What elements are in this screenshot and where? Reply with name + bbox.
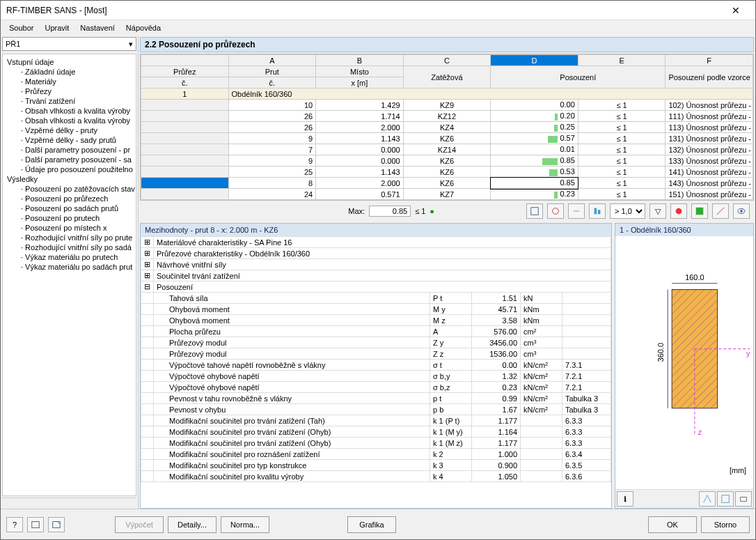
toolbar-btn-7[interactable] [691, 203, 708, 219]
tree-item[interactable]: · Posouzení po prutech [4, 213, 134, 223]
detail-row[interactable]: Modifikační součinitel pro trvání zatíže… [141, 438, 611, 449]
tree-item[interactable]: · Posouzení po průřezech [4, 194, 134, 203]
tree-group[interactable]: Výsledky [4, 174, 134, 184]
svg-text:y: y [746, 349, 750, 357]
toolbar-btn-2[interactable] [547, 203, 564, 219]
footer: ? Výpočet Detaily... Norma... Grafika OK… [1, 509, 755, 539]
menu-file[interactable]: Soubor [5, 22, 38, 33]
detail-row[interactable]: Pevnost v tahu rovnoběžně s vláknyp t0.9… [141, 393, 611, 404]
eye-icon[interactable] [733, 203, 750, 219]
close-icon[interactable]: ✕ [722, 5, 750, 16]
table-row[interactable]: 240.571KZ7 0.23≤ 1151) Únosnost průřezu … [141, 189, 753, 200]
tree-item[interactable]: · Rozhodující vnitřní síly po prute [4, 233, 134, 242]
table-row[interactable]: 91.143KZ6 0.57≤ 1131) Únosnost průřezu -… [141, 133, 753, 144]
tree-group[interactable]: Vstupní údaje [4, 57, 134, 67]
detail-row[interactable]: Modifikační součinitel pro kvalitu výrob… [141, 471, 611, 482]
app-window: RF-TIMBER SANS - [Most] ✕ Soubor Upravit… [0, 0, 756, 540]
toolbar-btn-6[interactable] [670, 203, 687, 219]
calc-button[interactable]: Výpočet [115, 516, 164, 533]
detail-tree-row[interactable]: ⊞Materiálové charakteristiky - SA Pine 1… [141, 237, 611, 248]
svg-rect-18 [741, 497, 747, 501]
tree-item[interactable]: · Výkaz materiálu po sadách prut [4, 262, 134, 272]
tree-item[interactable]: · Další parametry posouzení - sa [4, 155, 134, 164]
tree-item[interactable]: · Posouzení po zatěžovacích stav [4, 184, 134, 194]
tree-item[interactable]: · Rozhodující vnitřní síly po sadá [4, 242, 134, 252]
detail-row[interactable]: Ohybová momentM z3.58kNm [141, 315, 611, 326]
detail-row[interactable]: Pevnost v ohybup b1.67kN/cm²Tabulka 3 [141, 404, 611, 415]
detail-row[interactable]: Modifikační součinitel pro trvání zatíže… [141, 426, 611, 438]
table-row[interactable]: 251.143KZ6 0.53≤ 1141) Únosnost průřezu … [141, 167, 753, 178]
detail-row[interactable]: Modifikační součinitel pro trvání zatíže… [141, 415, 611, 426]
table-row[interactable]: 82.000KZ6 0.85≤ 1143) Únosnost průřezu -… [141, 178, 753, 189]
print-icon[interactable] [735, 491, 752, 507]
detail-row[interactable]: Ohybová momentM y45.71kNm [141, 304, 611, 315]
toolbar-btn-4[interactable] [589, 203, 606, 219]
ok-button[interactable]: OK [648, 516, 697, 533]
case-selector[interactable]: PŘ1 ▾ [2, 37, 136, 51]
max-label: Max: [348, 207, 365, 215]
menu-help[interactable]: Nápověda [122, 22, 165, 33]
svg-point-1 [553, 208, 559, 215]
tree-item[interactable]: · Vzpěrné délky - sady prutů [4, 135, 134, 145]
tree-item[interactable]: · Obsah vlhkosti a kvalita výroby [4, 106, 134, 116]
norm-button[interactable]: Norma... [221, 516, 269, 533]
detail-row[interactable]: Průřezový modulZ z1536.00cm³ [141, 348, 611, 360]
tree-item[interactable]: · Průřezy [4, 86, 134, 96]
ratio-filter[interactable]: > 1,0 [610, 203, 645, 219]
tree-item[interactable]: · Posouzení po místech x [4, 223, 134, 233]
toolbar-btn-8[interactable] [712, 203, 729, 219]
detail-row[interactable]: Výpočtové ohybové napětíσ b,z0.23kN/cm²7… [141, 382, 611, 393]
ok-icon: ● [430, 207, 434, 215]
tree-item[interactable]: · Materiály [4, 77, 134, 86]
detail-tree-row[interactable]: ⊞Součinitel trvání zatížení [141, 270, 611, 281]
footer-icon-3[interactable] [48, 517, 65, 532]
tree-item[interactable]: · Další parametry posouzení - pr [4, 145, 134, 155]
tree-item[interactable]: · Obsah vlhkosti a kvalita výroby [4, 116, 134, 125]
window-title: RF-TIMBER SANS - [Most] [6, 6, 722, 15]
tree-item[interactable]: · Výkaz materiálu po prutech [4, 252, 134, 262]
detail-tree-row[interactable]: ⊟Posouzení [141, 281, 611, 293]
titlebar: RF-TIMBER SANS - [Most] ✕ [1, 1, 755, 20]
view-btn-2[interactable] [717, 491, 734, 507]
svg-rect-3 [598, 210, 601, 214]
table-row[interactable]: 101.429KZ9 0.00≤ 1102) Únosnost průřezu … [141, 100, 753, 111]
preview-panel: 1 - Obdélník 160/360 160.0 [615, 223, 754, 509]
table-row[interactable]: 90.000KZ6 0.85≤ 1133) Únosnost průřezu -… [141, 155, 753, 167]
nav-hscroll[interactable] [2, 497, 136, 509]
results-grid[interactable]: ABCDEFPrůřezPrutMístoZatěžováPosouzeníPo… [140, 54, 754, 201]
toolbar-btn-1[interactable] [526, 203, 543, 219]
cancel-button[interactable]: Storno [701, 516, 750, 533]
view-btn-1[interactable] [699, 491, 716, 507]
graph-button[interactable]: Grafika [347, 516, 396, 533]
detail-row[interactable]: Tahová sílaP t1.51kN [141, 293, 611, 304]
detail-tree-row[interactable]: ⊞Návrhové vnitřní síly [141, 259, 611, 270]
table-row[interactable]: 262.000KZ4 0.25≤ 1113) Únosnost průřezu … [141, 122, 753, 133]
detail-tree-row[interactable]: ⊞Průřezové charakteristiky - Obdélník 16… [141, 248, 611, 259]
tree-item[interactable]: · Vzpěrné délky - pruty [4, 125, 134, 135]
info-icon[interactable]: ℹ [617, 491, 633, 507]
tree-item[interactable]: · Základní údaje [4, 67, 134, 77]
tree-item[interactable]: · Údaje pro posouzení použitelno [4, 164, 134, 174]
svg-rect-2 [594, 208, 597, 215]
svg-rect-17 [722, 495, 730, 503]
toolbar-btn-3[interactable] [568, 203, 585, 219]
detail-row[interactable]: Výpočtové tahové napětí rovnoběžně s vlá… [141, 360, 611, 371]
detail-row[interactable]: Modifikační součinitel pro typ konstrukc… [141, 460, 611, 471]
preview-canvas[interactable]: 160.0 360.0 y z [mm] [615, 236, 753, 489]
menu-edit[interactable]: Upravit [40, 22, 73, 33]
footer-icon-2[interactable] [27, 517, 44, 532]
table-row[interactable]: 261.714KZ12 0.20≤ 1111) Únosnost průřezu… [141, 111, 753, 122]
max-row: Max: 0.85 ≤ 1 ● > 1,0 ▽ [140, 201, 754, 222]
help-icon[interactable]: ? [6, 517, 23, 532]
menu-settings[interactable]: Nastavení [76, 22, 119, 33]
details-button[interactable]: Detaily... [168, 516, 216, 533]
detail-row[interactable]: Plocha průřezuA576.00cm² [141, 326, 611, 337]
table-row[interactable]: 70.000KZ14 0.01≤ 1132) Únosnost průřezu … [141, 144, 753, 155]
detail-row[interactable]: Průřezový modulZ y3456.00cm³ [141, 337, 611, 348]
tree-item[interactable]: · Posouzení po sadách prutů [4, 203, 134, 213]
detail-row[interactable]: Výpočtové ohybové napětíσ b,y1.32kN/cm²7… [141, 371, 611, 382]
nav-tree[interactable]: Vstupní údaje· Základní údaje· Materiály… [2, 54, 136, 496]
filter-icon[interactable]: ▽ [649, 203, 666, 219]
tree-item[interactable]: · Trvání zatížení [4, 96, 134, 106]
detail-row[interactable]: Modifikační součinitel pro roznášení zat… [141, 449, 611, 460]
